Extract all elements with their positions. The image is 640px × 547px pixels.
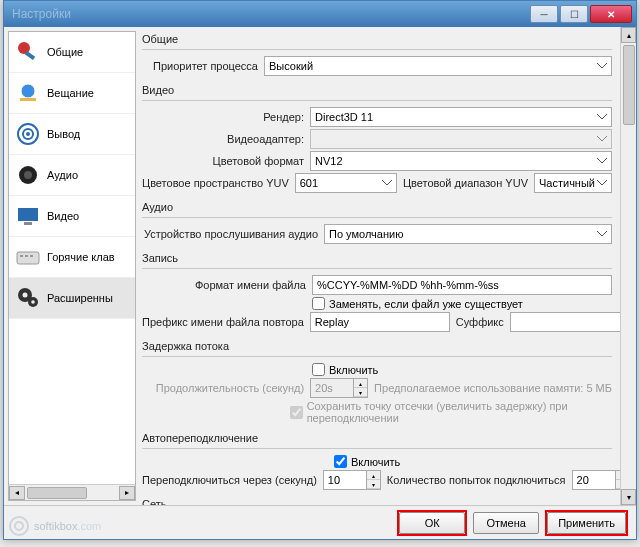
dialog-footer: ОК Отмена Применить	[4, 505, 636, 539]
close-button[interactable]: ✕	[590, 5, 632, 23]
svg-point-6	[26, 132, 30, 136]
replay-suffix-label: Суффикс	[456, 316, 504, 328]
section-title-delay: Задержка потока	[142, 338, 612, 354]
colorrange-select[interactable]: Частичный	[534, 173, 612, 193]
replay-suffix-input[interactable]	[510, 312, 620, 332]
scroll-up-icon[interactable]: ▴	[621, 27, 636, 43]
svg-rect-12	[20, 255, 23, 257]
colorspace-label: Цветовое пространство YUV	[142, 177, 289, 189]
keyboard-icon	[15, 244, 41, 270]
reconnect-enable-checkbox[interactable]: Включить	[334, 455, 400, 468]
svg-point-16	[23, 293, 28, 298]
colorspace-select[interactable]: 601	[295, 173, 397, 193]
svg-rect-11	[17, 252, 39, 264]
sidebar-item-label: Горячие клав	[47, 251, 115, 263]
sidebar-item-advanced[interactable]: Расширенны	[9, 278, 135, 319]
maximize-button[interactable]: ☐	[560, 5, 588, 23]
svg-point-18	[31, 300, 35, 304]
window-title: Настройки	[8, 7, 530, 21]
titlebar[interactable]: Настройки ─ ☐ ✕	[4, 1, 636, 27]
adapter-label: Видеоадаптер:	[142, 133, 304, 145]
svg-rect-14	[30, 255, 33, 257]
antenna-icon	[15, 121, 41, 147]
section-title-video: Видео	[142, 82, 612, 98]
ok-button[interactable]: ОК	[399, 512, 465, 534]
sidebar-item-audio[interactable]: Аудио	[9, 155, 135, 196]
sidebar-item-label: Вывод	[47, 128, 80, 140]
apply-button[interactable]: Применить	[547, 512, 626, 534]
section-title-recording: Запись	[142, 250, 612, 266]
filename-label: Формат имени файла	[142, 279, 306, 291]
renderer-label: Рендер:	[142, 111, 304, 123]
monitor-label: Устройство прослушивания аудио	[142, 228, 318, 240]
svg-rect-10	[24, 222, 32, 225]
colorrange-label: Цветовой диапазон YUV	[403, 177, 528, 189]
section-title-audio: Аудио	[142, 199, 612, 215]
sidebar-scrollbar[interactable]: ◂ ▸	[9, 484, 135, 500]
globe-icon	[15, 80, 41, 106]
duration-input[interactable]	[310, 378, 354, 398]
overwrite-checkbox[interactable]: Заменять, если файл уже существует	[312, 297, 523, 310]
gear-icon	[15, 285, 41, 311]
svg-point-2	[21, 84, 35, 98]
replay-prefix-label: Префикс имени файла повтора	[142, 316, 304, 328]
delay-enable-checkbox[interactable]: Включить	[312, 363, 378, 376]
sidebar-item-output[interactable]: Вывод	[9, 114, 135, 155]
filename-input[interactable]	[312, 275, 612, 295]
svg-rect-9	[18, 208, 38, 221]
max-retries-label: Количество попыток подключиться	[387, 474, 566, 486]
sidebar-item-stream[interactable]: Вещание	[9, 73, 135, 114]
section-title-reconnect: Автопереподключение	[142, 430, 612, 446]
duration-spinner[interactable]: ▴▾	[354, 378, 368, 398]
priority-label: Приоритет процесса	[142, 60, 258, 72]
priority-select[interactable]: Высокий	[264, 56, 612, 76]
monitor-icon	[15, 203, 41, 229]
svg-rect-13	[25, 255, 28, 257]
sidebar-item-label: Видео	[47, 210, 79, 222]
replay-prefix-input[interactable]	[310, 312, 450, 332]
max-retries-input[interactable]	[572, 470, 616, 490]
colorfmt-label: Цветовой формат	[142, 155, 304, 167]
speaker-icon	[15, 162, 41, 188]
sidebar-item-hotkeys[interactable]: Горячие клав	[9, 237, 135, 278]
retry-delay-spinner[interactable]: ▴▾	[367, 470, 381, 490]
wrench-icon	[15, 39, 41, 65]
preserve-checkbox: Сохранить точку отсечки (увеличить задер…	[290, 400, 612, 424]
monitor-select[interactable]: По умолчанию	[324, 224, 612, 244]
duration-label: Продолжительность (секунд)	[142, 382, 304, 394]
sidebar-item-label: Общие	[47, 46, 83, 58]
scroll-right-icon[interactable]: ▸	[119, 486, 135, 500]
scroll-thumb[interactable]	[27, 487, 87, 499]
adapter-select[interactable]	[310, 129, 612, 149]
sidebar-item-label: Аудио	[47, 169, 78, 181]
section-title-network: Сеть	[142, 496, 612, 505]
settings-window: Настройки ─ ☐ ✕ Общие Вещание Вывод	[3, 0, 637, 540]
retry-delay-label: Переподключиться через (секунд)	[142, 474, 317, 486]
category-sidebar: Общие Вещание Вывод Аудио Видео	[8, 31, 136, 501]
content-scrollbar[interactable]: ▴ ▾	[620, 27, 636, 505]
retry-delay-input[interactable]	[323, 470, 367, 490]
section-title-general: Общие	[142, 31, 612, 47]
svg-rect-3	[20, 98, 36, 101]
sidebar-item-label: Расширенны	[47, 292, 113, 304]
minimize-button[interactable]: ─	[530, 5, 558, 23]
cancel-button[interactable]: Отмена	[473, 512, 539, 534]
settings-content: Общие Приоритет процесса Высокий Видео Р…	[136, 27, 620, 505]
sidebar-item-general[interactable]: Общие	[9, 32, 135, 73]
scroll-thumb-v[interactable]	[623, 45, 635, 125]
colorfmt-select[interactable]: NV12	[310, 151, 612, 171]
scroll-down-icon[interactable]: ▾	[621, 489, 636, 505]
sidebar-item-label: Вещание	[47, 87, 94, 99]
scroll-left-icon[interactable]: ◂	[9, 486, 25, 500]
sidebar-item-video[interactable]: Видео	[9, 196, 135, 237]
svg-point-8	[24, 171, 32, 179]
svg-rect-1	[25, 51, 35, 60]
memory-label: Предполагаемое использование памяти: 5 М…	[374, 382, 612, 394]
renderer-select[interactable]: Direct3D 11	[310, 107, 612, 127]
